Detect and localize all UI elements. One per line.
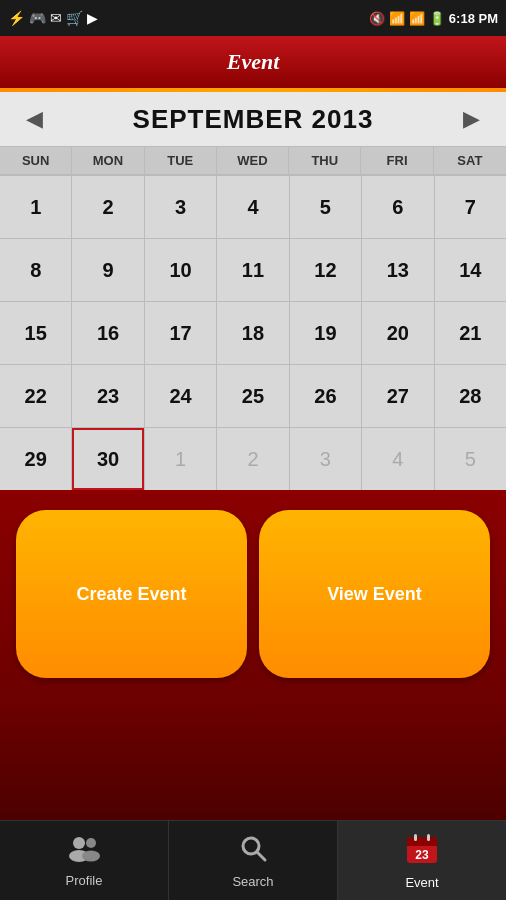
nav-label-event: Event <box>405 875 438 890</box>
nav-item-event[interactable]: 23 Event <box>338 821 506 900</box>
svg-rect-8 <box>407 842 437 846</box>
calendar-container: ◀ SEPTEMBER 2013 ▶ SUN MON TUE WED THU F… <box>0 92 506 490</box>
calendar-grid: 1234567891011121314151617181920212223242… <box>0 175 506 490</box>
view-event-button[interactable]: View Event <box>259 510 490 678</box>
calendar-day-cell[interactable]: 17 <box>145 302 216 364</box>
calendar-day-cell[interactable]: 15 <box>0 302 71 364</box>
calendar-day-cell[interactable]: 3 <box>145 176 216 238</box>
calendar-day-cell[interactable]: 24 <box>145 365 216 427</box>
shop-icon: 🛒 <box>66 10 83 26</box>
day-header-sat: SAT <box>434 147 506 174</box>
calendar-day-cell[interactable]: 4 <box>217 176 288 238</box>
day-header-sun: SUN <box>0 147 72 174</box>
nav-label-profile: Profile <box>66 873 103 888</box>
wifi-icon: 📶 <box>389 11 405 26</box>
time-display: 6:18 PM <box>449 11 498 26</box>
calendar-day-cell[interactable]: 25 <box>217 365 288 427</box>
status-left-icons: ⚡ 🎮 ✉ 🛒 ▶ <box>8 10 98 26</box>
battery-icon: 🔋 <box>429 11 445 26</box>
calendar-day-cell[interactable]: 7 <box>435 176 506 238</box>
nav-item-search[interactable]: Search <box>169 821 338 900</box>
svg-point-0 <box>73 837 85 849</box>
action-area: Create Event View Event <box>0 490 506 708</box>
day-header-wed: WED <box>217 147 289 174</box>
calendar-day-cell[interactable]: 8 <box>0 239 71 301</box>
search-icon <box>238 833 268 870</box>
svg-rect-10 <box>414 834 417 841</box>
main-content: ◀ SEPTEMBER 2013 ▶ SUN MON TUE WED THU F… <box>0 92 506 876</box>
svg-text:23: 23 <box>415 848 429 862</box>
calendar-day-cell[interactable]: 29 <box>0 428 71 490</box>
calendar-day-cell[interactable]: 18 <box>217 302 288 364</box>
create-event-button[interactable]: Create Event <box>16 510 247 678</box>
calendar-day-cell[interactable]: 2 <box>72 176 143 238</box>
bottom-navigation: Profile Search 23 Event <box>0 820 506 900</box>
calendar-day-cell[interactable]: 12 <box>290 239 361 301</box>
status-bar: ⚡ 🎮 ✉ 🛒 ▶ 🔇 📶 📶 🔋 6:18 PM <box>0 0 506 36</box>
calendar-day-cell[interactable]: 30 <box>72 428 143 490</box>
calendar-day-cell[interactable]: 23 <box>72 365 143 427</box>
calendar-day-cell[interactable]: 20 <box>362 302 433 364</box>
calendar-day-cell[interactable]: 22 <box>0 365 71 427</box>
game-icon: 🎮 <box>29 10 46 26</box>
day-headers-row: SUN MON TUE WED THU FRI SAT <box>0 146 506 175</box>
usb-icon: ⚡ <box>8 10 25 26</box>
svg-point-2 <box>86 838 96 848</box>
nav-label-search: Search <box>232 874 273 889</box>
signal-icon: 📶 <box>409 11 425 26</box>
svg-rect-11 <box>427 834 430 841</box>
day-header-fri: FRI <box>361 147 433 174</box>
calendar-day-cell[interactable]: 16 <box>72 302 143 364</box>
prev-month-button[interactable]: ◀ <box>16 102 53 136</box>
calendar-day-cell[interactable]: 11 <box>217 239 288 301</box>
calendar-day-cell[interactable]: 21 <box>435 302 506 364</box>
calendar-day-cell[interactable]: 10 <box>145 239 216 301</box>
svg-point-3 <box>82 850 100 861</box>
app-header: Event <box>0 36 506 88</box>
event-icon: 23 <box>405 832 439 871</box>
calendar-day-cell[interactable]: 5 <box>435 428 506 490</box>
calendar-day-cell[interactable]: 13 <box>362 239 433 301</box>
calendar-day-cell[interactable]: 1 <box>0 176 71 238</box>
day-header-tue: TUE <box>145 147 217 174</box>
calendar-day-cell[interactable]: 1 <box>145 428 216 490</box>
day-header-mon: MON <box>72 147 144 174</box>
calendar-day-cell[interactable]: 14 <box>435 239 506 301</box>
calendar-day-cell[interactable]: 6 <box>362 176 433 238</box>
nav-item-profile[interactable]: Profile <box>0 821 169 900</box>
calendar-day-cell[interactable]: 4 <box>362 428 433 490</box>
calendar-day-cell[interactable]: 5 <box>290 176 361 238</box>
email-icon: ✉ <box>50 10 62 26</box>
calendar-day-cell[interactable]: 26 <box>290 365 361 427</box>
month-navigation: ◀ SEPTEMBER 2013 ▶ <box>0 92 506 146</box>
calendar-day-cell[interactable]: 2 <box>217 428 288 490</box>
app-title: Event <box>227 49 280 75</box>
svg-line-5 <box>257 852 265 860</box>
calendar-day-cell[interactable]: 28 <box>435 365 506 427</box>
status-right-icons: 🔇 📶 📶 🔋 6:18 PM <box>369 11 498 26</box>
calendar-day-cell[interactable]: 3 <box>290 428 361 490</box>
calendar-day-cell[interactable]: 19 <box>290 302 361 364</box>
calendar-day-cell[interactable]: 9 <box>72 239 143 301</box>
play-icon: ▶ <box>87 10 98 26</box>
calendar-day-cell[interactable]: 27 <box>362 365 433 427</box>
month-year-label: SEPTEMBER 2013 <box>133 104 374 135</box>
mute-icon: 🔇 <box>369 11 385 26</box>
profile-icon <box>67 834 101 869</box>
next-month-button[interactable]: ▶ <box>453 102 490 136</box>
day-header-thu: THU <box>289 147 361 174</box>
